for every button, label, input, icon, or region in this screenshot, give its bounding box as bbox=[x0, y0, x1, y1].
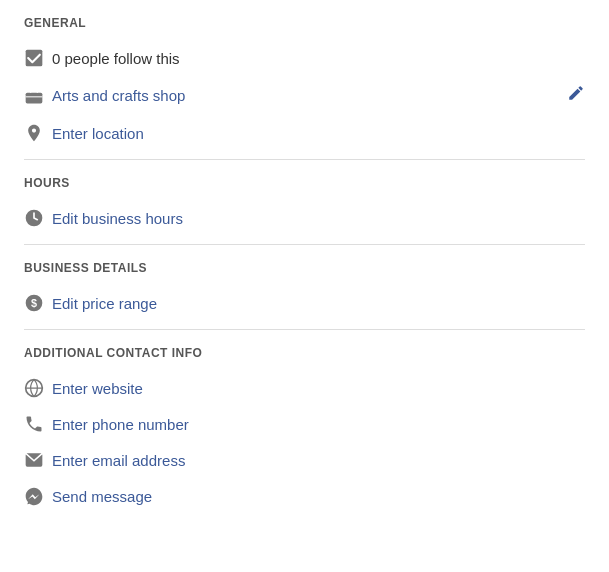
website-row[interactable]: Enter website bbox=[24, 370, 585, 406]
svg-rect-1 bbox=[26, 92, 43, 103]
clock-icon bbox=[24, 208, 52, 228]
globe-icon bbox=[24, 378, 52, 398]
business-details-section: BUSINESS DETAILS $ Edit price range bbox=[0, 245, 609, 329]
business-type-row[interactable]: Arts and crafts shop bbox=[24, 76, 585, 115]
followers-row: 0 people follow this bbox=[24, 40, 585, 76]
website-label: Enter website bbox=[52, 380, 585, 397]
checkbox-icon bbox=[24, 48, 52, 68]
phone-label: Enter phone number bbox=[52, 416, 585, 433]
business-details-title: BUSINESS DETAILS bbox=[24, 261, 585, 275]
phone-row[interactable]: Enter phone number bbox=[24, 406, 585, 442]
email-row[interactable]: Enter email address bbox=[24, 442, 585, 478]
location-icon bbox=[24, 123, 52, 143]
location-label: Enter location bbox=[52, 125, 585, 142]
edit-hours-label: Edit business hours bbox=[52, 210, 585, 227]
followers-count: 0 people follow this bbox=[52, 50, 585, 67]
business-type-label: Arts and crafts shop bbox=[52, 87, 567, 104]
message-row[interactable]: Send message bbox=[24, 478, 585, 514]
general-title: GENERAL bbox=[24, 16, 585, 30]
email-label: Enter email address bbox=[52, 452, 585, 469]
dollar-icon: $ bbox=[24, 293, 52, 313]
briefcase-icon bbox=[24, 86, 52, 106]
location-row[interactable]: Enter location bbox=[24, 115, 585, 151]
hours-title: HOURS bbox=[24, 176, 585, 190]
edit-price-label: Edit price range bbox=[52, 295, 585, 312]
edit-hours-row[interactable]: Edit business hours bbox=[24, 200, 585, 236]
contact-title: ADDITIONAL CONTACT INFO bbox=[24, 346, 585, 360]
general-section: GENERAL 0 people follow this Arts and cr… bbox=[0, 0, 609, 159]
email-icon bbox=[24, 450, 52, 470]
edit-price-row[interactable]: $ Edit price range bbox=[24, 285, 585, 321]
phone-icon bbox=[24, 414, 52, 434]
hours-section: HOURS Edit business hours bbox=[0, 160, 609, 244]
message-label: Send message bbox=[52, 488, 585, 505]
svg-text:$: $ bbox=[31, 297, 37, 309]
messenger-icon bbox=[24, 486, 52, 506]
contact-section: ADDITIONAL CONTACT INFO Enter website En… bbox=[0, 330, 609, 522]
edit-icon[interactable] bbox=[567, 84, 585, 107]
